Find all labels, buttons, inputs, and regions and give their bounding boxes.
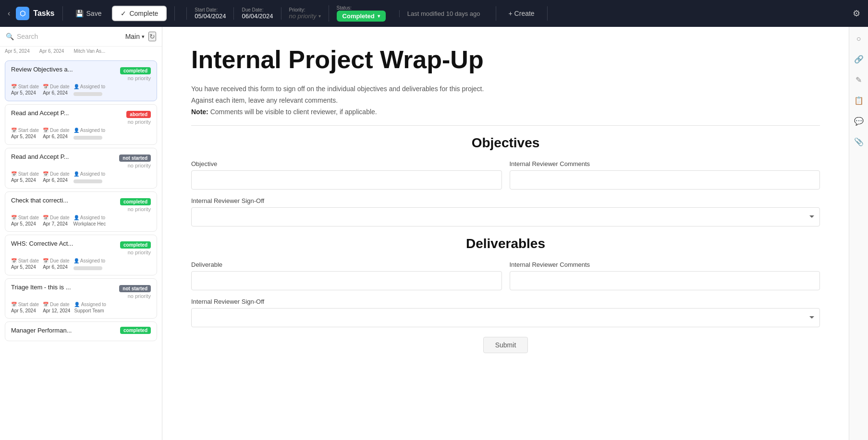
task-assignee: 👤 Assigned to	[73, 258, 105, 270]
nav-divider-4	[547, 6, 548, 21]
task-due-date: 📅 Due date Apr 6, 2024	[43, 84, 69, 96]
view-selector[interactable]: Main ▾	[125, 33, 145, 40]
task-assignee: 👤 Assigned to Support Team	[74, 302, 106, 313]
task-card[interactable]: Review Objectives a... completed no prio…	[5, 60, 157, 101]
task-due-date: 📅 Due date Apr 12, 2024	[43, 302, 70, 313]
chat-icon[interactable]: 💬	[852, 115, 866, 128]
create-button[interactable]: + Create	[504, 7, 539, 20]
task-card[interactable]: Read and Accept P... aborted no priority…	[5, 104, 157, 145]
objective-signoff-select[interactable]: Approved Rejected Pending	[191, 207, 820, 226]
objective-label: Objective	[191, 160, 502, 167]
link-icon[interactable]: 🔗	[852, 53, 866, 66]
status-chevron-icon: ▾	[378, 13, 380, 19]
form-instruction: Against each item, leave any relevant co…	[191, 96, 820, 104]
task-card[interactable]: Manager Performan... completed	[5, 321, 157, 341]
objective-comments-input[interactable]	[510, 170, 820, 190]
task-meta: 📅 Start date Apr 5, 2024 📅 Due date Apr …	[11, 302, 151, 313]
task-start-date: 📅 Start date Apr 5, 2024	[11, 171, 39, 183]
objective-field: Objective	[191, 160, 502, 190]
task-assignee: 👤 Assigned to	[73, 84, 105, 96]
right-panel: ○ 🔗 ✎ 📋 💬 📎	[849, 27, 868, 440]
objectives-section-title: Objectives	[191, 135, 820, 151]
top-navigation: ‹ ⬡ Tasks 💾 Save ✓ Complete Start Date: …	[0, 0, 868, 27]
task-priority: no priority	[126, 119, 151, 125]
copy-icon[interactable]: 📋	[852, 94, 866, 107]
task-due-date: 📅 Due date Apr 6, 2024	[43, 258, 69, 270]
nav-divider-1	[62, 6, 63, 21]
app-name: Tasks	[33, 9, 54, 18]
task-priority: no priority	[119, 293, 151, 299]
deliverable-comments-input[interactable]	[510, 271, 820, 290]
submit-button[interactable]: Submit	[483, 337, 528, 353]
task-status-badge: aborted	[126, 111, 151, 118]
save-icon: 💾	[75, 10, 84, 17]
search-placeholder: Search	[17, 33, 38, 40]
priority-field[interactable]: Priority: no priority ▾	[281, 7, 329, 20]
task-sidebar: 🔍 Search Main ▾ ↻ Apr 5, 2024 Apr 6, 202…	[0, 27, 162, 440]
task-status-badge: not started	[119, 285, 151, 292]
main-layout: 🔍 Search Main ▾ ↻ Apr 5, 2024 Apr 6, 202…	[0, 27, 868, 440]
last-modified: Last modified 10 days ago	[399, 10, 488, 17]
task-title: Read and Accept P...	[11, 109, 126, 117]
task-card[interactable]: Triage Item - this is ... not started no…	[5, 278, 157, 319]
deliverable-comments-label: Internal Reviewer Comments	[510, 261, 820, 268]
task-start-date: 📅 Start date Apr 5, 2024	[11, 258, 39, 270]
circle-icon[interactable]: ○	[855, 33, 863, 45]
task-status-badge: not started	[119, 155, 151, 162]
task-meta: 📅 Start date Apr 5, 2024 📅 Due date Apr …	[11, 128, 151, 140]
objective-signoff-label: Internal Reviewer Sign-Off	[191, 197, 820, 204]
search-area: 🔍 Search	[6, 33, 122, 40]
deliverable-signoff-select[interactable]: Approved Rejected Pending	[191, 308, 820, 327]
task-status-badge: completed	[120, 67, 151, 74]
task-due-date: 📅 Due date Apr 6, 2024	[43, 128, 69, 140]
deliverable-comments-field: Internal Reviewer Comments	[510, 261, 820, 290]
assignee-bar	[73, 266, 102, 270]
check-icon: ✓	[121, 10, 126, 17]
task-status-badge: completed	[120, 241, 151, 249]
task-due-date: 📅 Due date Apr 6, 2024	[43, 171, 69, 183]
deliverable-signoff-field: Internal Reviewer Sign-Off Approved Reje…	[191, 298, 820, 327]
deliverable-input[interactable]	[191, 271, 502, 290]
app-logo: ⬡ Tasks	[16, 7, 54, 20]
task-card[interactable]: Check that correcti... completed no prio…	[5, 191, 157, 232]
task-title: Read and Accept P...	[11, 153, 119, 160]
form-note: Note: Comments will be visible to client…	[191, 108, 820, 116]
attachment-icon[interactable]: 📎	[852, 135, 866, 148]
task-assignee: 👤 Assigned to	[73, 128, 105, 140]
task-priority: no priority	[119, 163, 151, 168]
status-field: Status: Completed ▾	[329, 5, 393, 22]
search-icon: 🔍	[6, 33, 14, 40]
task-start-date: 📅 Start date Apr 5, 2024	[11, 128, 39, 140]
deliverable-signoff-label: Internal Reviewer Sign-Off	[191, 298, 820, 305]
assignee-bar	[73, 136, 102, 140]
task-title: Manager Performan...	[11, 327, 120, 334]
task-title: Triage Item - this is ...	[11, 284, 119, 291]
task-card[interactable]: Read and Accept P... not started no prio…	[5, 148, 157, 189]
task-start-date: 📅 Start date Apr 5, 2024	[11, 215, 39, 226]
deliverables-grid: Deliverable Internal Reviewer Comments	[191, 261, 820, 290]
task-card[interactable]: WHS: Corrective Act... completed no prio…	[5, 235, 157, 275]
objectives-grid: Objective Internal Reviewer Comments	[191, 160, 820, 190]
nav-divider-3	[496, 6, 496, 21]
form-content: Internal Project Wrap-Up You have receiv…	[162, 27, 849, 440]
task-title: Review Objectives a...	[11, 66, 120, 73]
task-priority: no priority	[120, 206, 151, 212]
task-assignee: 👤 Assigned to	[73, 171, 105, 183]
back-button[interactable]: ‹	[8, 9, 10, 18]
objective-input[interactable]	[191, 170, 502, 190]
status-badge[interactable]: Completed ▾	[337, 11, 386, 22]
deliverables-section-title: Deliverables	[191, 236, 820, 251]
task-meta: 📅 Start date Apr 5, 2024 📅 Due date Apr …	[11, 84, 151, 96]
task-meta: 📅 Start date Apr 5, 2024 📅 Due date Apr …	[11, 258, 151, 270]
task-assignee: 👤 Assigned to Workplace Hec	[73, 215, 106, 226]
refresh-button[interactable]: ↻	[148, 32, 156, 41]
edit-icon[interactable]: ✎	[854, 73, 864, 86]
save-button[interactable]: 💾 Save	[71, 7, 107, 20]
settings-button[interactable]: ⚙	[853, 8, 860, 19]
objective-signoff-field: Internal Reviewer Sign-Off Approved Reje…	[191, 197, 820, 226]
nav-meta: Start Date: 05/04/2024 Due Date: 06/04/2…	[186, 5, 393, 22]
objective-comments-field: Internal Reviewer Comments	[510, 160, 820, 190]
priority-selector[interactable]: no priority ▾	[289, 12, 321, 20]
form-description: You have received this form to sign off …	[191, 85, 820, 93]
complete-button[interactable]: ✓ Complete	[112, 6, 167, 21]
